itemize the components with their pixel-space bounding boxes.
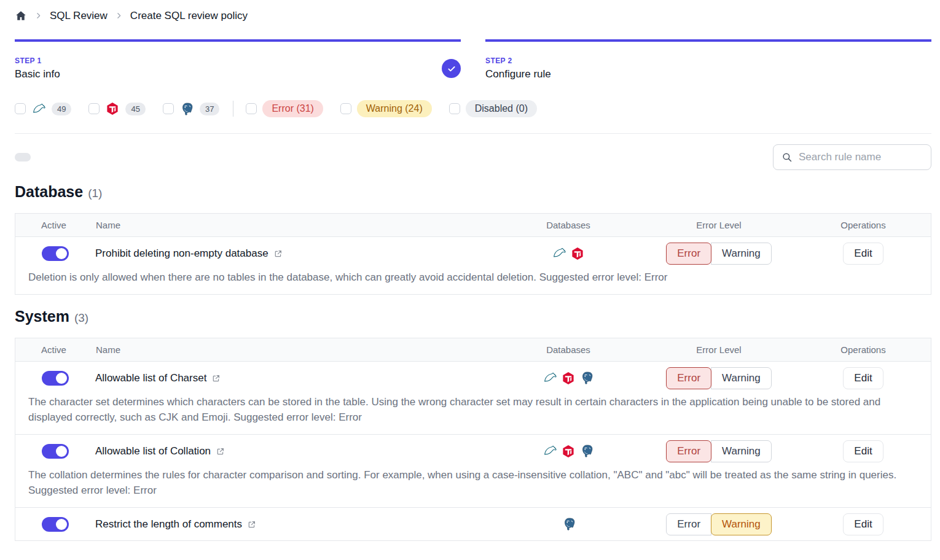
divider bbox=[15, 133, 931, 134]
mysql-icon bbox=[32, 102, 46, 116]
chevron-right-icon bbox=[115, 12, 123, 20]
error-level-group: Error Warning bbox=[666, 243, 771, 265]
column-header-databases: Databases bbox=[495, 338, 642, 361]
level-pill: Disabled (0) bbox=[466, 100, 537, 117]
postgres-icon bbox=[579, 371, 593, 385]
warning-level-button[interactable]: Warning bbox=[711, 243, 772, 265]
search-input[interactable] bbox=[799, 151, 923, 163]
column-header-name: Name bbox=[95, 214, 495, 236]
warning-level-filter[interactable]: Warning (24) bbox=[340, 100, 432, 117]
checkbox[interactable] bbox=[88, 103, 100, 114]
tidb-icon bbox=[106, 102, 119, 115]
checkbox[interactable] bbox=[246, 103, 257, 114]
postgres-icon bbox=[179, 102, 194, 116]
section-count: (3) bbox=[74, 311, 88, 325]
tab-database[interactable] bbox=[61, 153, 77, 161]
engine-filter-group: 49 45 37 bbox=[15, 102, 237, 116]
external-link-icon[interactable] bbox=[216, 447, 225, 456]
tabs-row bbox=[15, 144, 931, 170]
step-title: Basic info bbox=[15, 68, 461, 80]
mysql-engine-filter[interactable]: 49 bbox=[15, 102, 71, 116]
rule-description: The collation determines the rules for c… bbox=[15, 467, 931, 507]
breadcrumb: SQL Review Create SQL review policy bbox=[15, 0, 931, 23]
section-title-text: Database bbox=[15, 183, 83, 201]
tab-index[interactable] bbox=[383, 153, 399, 161]
active-toggle[interactable] bbox=[42, 517, 69, 532]
search-box[interactable] bbox=[773, 144, 931, 170]
home-icon[interactable] bbox=[15, 10, 27, 22]
rule-databases bbox=[495, 371, 642, 385]
section-title: System (3) bbox=[15, 308, 931, 325]
column-header-databases: Databases bbox=[495, 214, 642, 236]
external-link-icon[interactable] bbox=[211, 374, 221, 383]
search-icon bbox=[781, 152, 793, 163]
checkbox[interactable] bbox=[449, 103, 460, 114]
rule-name[interactable]: Restrict the length of comments bbox=[95, 518, 242, 531]
rule-name[interactable]: Prohibit deleting non-empty database bbox=[95, 247, 268, 260]
checkbox[interactable] bbox=[163, 103, 174, 114]
column-header-operations: Operations bbox=[796, 338, 931, 361]
edit-button[interactable]: Edit bbox=[843, 440, 883, 462]
mysql-icon bbox=[543, 371, 557, 385]
step-complete-check-icon bbox=[442, 59, 461, 78]
step-indicator: STEP 1 Basic info STEP 2 Configure rule bbox=[15, 39, 931, 80]
rule-description: The character set determines which chara… bbox=[15, 394, 931, 434]
mysql-icon bbox=[552, 246, 566, 260]
rule-sections: Database (1) Active Name Databases Error… bbox=[15, 183, 931, 541]
rule-databases bbox=[495, 517, 642, 531]
mysql-icon bbox=[543, 444, 557, 458]
breadcrumb-sql-review[interactable]: SQL Review bbox=[50, 10, 108, 22]
warning-level-button[interactable]: Warning bbox=[711, 367, 772, 389]
toggle-knob bbox=[56, 248, 67, 259]
warning-level-button[interactable]: Warning bbox=[711, 513, 772, 535]
tidb-icon bbox=[562, 371, 575, 385]
section-database: Database (1) Active Name Databases Error… bbox=[15, 183, 931, 295]
edit-button[interactable]: Edit bbox=[843, 367, 883, 389]
error-level-filter[interactable]: Error (31) bbox=[246, 100, 323, 117]
edit-button[interactable]: Edit bbox=[843, 243, 883, 265]
rule-name[interactable]: Allowable list of Charset bbox=[95, 372, 206, 384]
error-level-button[interactable]: Error bbox=[666, 440, 711, 462]
rule-table: Active Name Databases Error Level Operat… bbox=[15, 338, 931, 541]
edit-button[interactable]: Edit bbox=[843, 513, 883, 535]
rule-name[interactable]: Allowable list of Collation bbox=[95, 445, 211, 457]
tab-schema[interactable] bbox=[199, 153, 215, 161]
postgres-engine-filter[interactable]: 37 bbox=[163, 102, 219, 116]
tab-table[interactable] bbox=[245, 153, 261, 161]
error-level-button[interactable]: Error bbox=[666, 367, 711, 389]
active-toggle[interactable] bbox=[42, 444, 69, 459]
external-link-icon[interactable] bbox=[273, 249, 283, 259]
section-count: (1) bbox=[88, 187, 102, 200]
tab-column[interactable] bbox=[153, 153, 169, 161]
category-tabs bbox=[15, 153, 445, 161]
active-toggle[interactable] bbox=[42, 246, 69, 261]
disabled-level-filter[interactable]: Disabled (0) bbox=[449, 100, 537, 117]
active-toggle[interactable] bbox=[42, 371, 69, 386]
tidb-engine-filter[interactable]: 45 bbox=[88, 102, 145, 115]
toggle-knob bbox=[56, 373, 67, 384]
tab-engine[interactable] bbox=[429, 153, 445, 161]
error-level-button[interactable]: Error bbox=[666, 243, 711, 265]
tab-naming[interactable] bbox=[337, 153, 353, 161]
rule-databases bbox=[495, 444, 642, 458]
checkbox[interactable] bbox=[15, 103, 26, 114]
checkbox[interactable] bbox=[340, 103, 351, 114]
column-header-name: Name bbox=[95, 338, 495, 361]
tab-all[interactable] bbox=[15, 153, 31, 161]
step-label: STEP 1 bbox=[15, 56, 461, 65]
chevron-right-icon bbox=[34, 12, 42, 20]
external-link-icon[interactable] bbox=[247, 520, 256, 529]
tidb-icon bbox=[562, 445, 575, 458]
create-sql-review-policy-page: SQL Review Create SQL review policy STEP… bbox=[0, 0, 940, 541]
tab-statement[interactable] bbox=[291, 153, 307, 161]
warning-level-button[interactable]: Warning bbox=[711, 440, 772, 462]
error-level-group: Error Warning bbox=[666, 513, 771, 535]
count-badge: 49 bbox=[52, 103, 71, 115]
level-filter-group: Error (31) Warning (24) Disabled (0) bbox=[246, 100, 554, 117]
tab-system[interactable] bbox=[107, 153, 123, 161]
error-level-button[interactable]: Error bbox=[666, 513, 711, 535]
step-2-configure-rule: STEP 2 Configure rule bbox=[485, 39, 931, 80]
breadcrumb-current-page: Create SQL review policy bbox=[130, 10, 248, 22]
toggle-knob bbox=[56, 519, 67, 530]
column-header-error-level: Error Level bbox=[642, 338, 796, 361]
